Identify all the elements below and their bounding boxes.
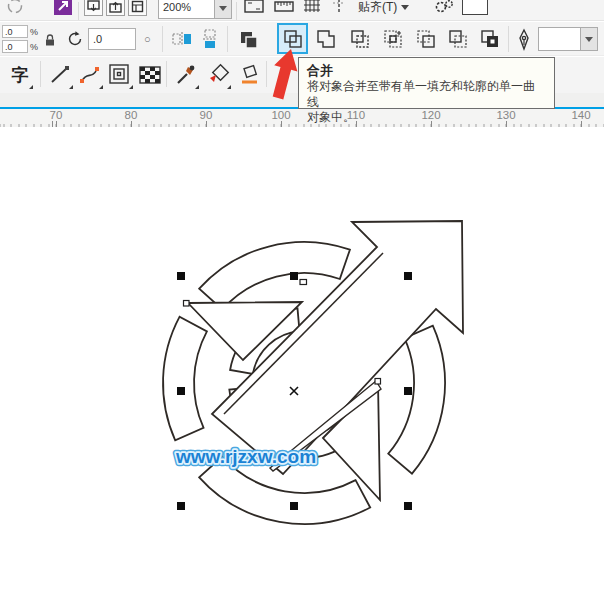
chevron-down-icon (401, 5, 409, 10)
curve-node-marker[interactable] (375, 379, 381, 385)
redo-drop-button[interactable] (4, 0, 26, 18)
publish-button[interactable] (128, 0, 147, 16)
show-rulers-button[interactable] (272, 0, 296, 17)
fill-tool-button[interactable] (204, 60, 232, 90)
selection-handle-w[interactable] (177, 387, 185, 395)
fill-tool-icon (206, 63, 230, 87)
launcher-button[interactable] (52, 0, 74, 18)
options-button[interactable] (432, 0, 456, 17)
show-grid-button[interactable] (300, 0, 324, 17)
remove-front-button[interactable] (476, 25, 503, 52)
drawing-canvas[interactable]: www.rjzxw.com www.rjzxw.com www.rjzxw.co… (0, 127, 604, 600)
curve-tool-icon (78, 63, 102, 87)
remove-front-icon (479, 28, 501, 50)
ruler-number: 140 (571, 109, 590, 121)
outline-pen-button[interactable] (514, 27, 534, 53)
tooltip-body-line2: 对象中。 (307, 110, 546, 126)
snap-to-label: 贴齐(T) (358, 0, 397, 16)
grid-toggle-icon (303, 0, 321, 14)
selection-handle-sw[interactable] (177, 502, 185, 510)
tooltip-body-line1: 将对象合并至带有单一填充和轮廓的单一曲线 (307, 79, 546, 110)
curve-tool-button[interactable] (76, 60, 104, 90)
outline-width-dropdown-button[interactable] (580, 28, 597, 50)
zoom-level-value: 200% (159, 0, 214, 18)
import-icon (87, 0, 100, 13)
fullscreen-preview-button[interactable] (242, 0, 266, 17)
flyout-corner-icon (129, 85, 133, 89)
selection-handle-n[interactable] (290, 272, 298, 280)
line-tool-button[interactable] (46, 60, 74, 90)
guidelines-toggle-icon (330, 0, 348, 14)
eyedropper-tool-button[interactable] (172, 60, 200, 90)
weld-button[interactable] (312, 25, 339, 52)
trim-icon (349, 28, 371, 50)
selection-handle-nw[interactable] (177, 272, 185, 280)
simplify-button[interactable] (412, 25, 439, 52)
show-guidelines-button[interactable] (327, 0, 351, 17)
selection-handle-s[interactable] (290, 502, 298, 510)
tooltip-title: 合并 (307, 63, 546, 79)
mirror-vertical-button[interactable] (198, 27, 222, 51)
import-button[interactable] (84, 0, 103, 16)
text-tool-button[interactable]: 字 (6, 60, 34, 90)
standard-toolbar: 200% 贴齐(T) (0, 0, 604, 21)
chevron-down-icon (585, 37, 593, 42)
mirror-horizontal-button[interactable] (170, 27, 194, 51)
zoom-level-combo[interactable]: 200% (158, 0, 232, 19)
rotate-angle-icon (65, 29, 85, 49)
publish-icon (131, 0, 144, 13)
blank-document-button[interactable] (462, 0, 488, 15)
selection-handle-se[interactable] (404, 502, 412, 510)
selection-handle-e[interactable] (404, 387, 412, 395)
ring-segment-left[interactable] (163, 317, 207, 441)
lock-ratio-icon (44, 33, 56, 47)
chevron-down-icon (219, 6, 227, 11)
flyout-corner-icon (195, 85, 199, 89)
line-tool-icon (48, 63, 72, 87)
group-objects-button[interactable] (236, 27, 262, 53)
mirror-vertical-icon (199, 28, 221, 50)
divider (78, 2, 79, 20)
fullscreen-icon (244, 0, 264, 14)
curve-node-marker[interactable] (184, 301, 190, 307)
simplify-icon (415, 28, 437, 50)
zoom-dropdown-button[interactable] (214, 0, 231, 18)
eyedropper-tool-icon (174, 63, 198, 87)
scale-y-input[interactable] (2, 40, 28, 53)
ruler-number: 90 (200, 109, 213, 121)
divider (227, 26, 228, 52)
group-objects-icon (237, 28, 261, 52)
pattern-tool-icon (139, 64, 161, 86)
rotation-angle-input[interactable] (88, 28, 136, 50)
selection-handle-ne[interactable] (404, 272, 412, 280)
remove-behind-button[interactable] (444, 25, 471, 52)
tooltip-combine: 合并 将对象合并至带有单一填充和轮廓的单一曲线 对象中。 (298, 57, 555, 109)
outline-width-dropdown[interactable] (538, 27, 598, 51)
export-button[interactable] (106, 0, 125, 16)
intersect-button[interactable] (379, 25, 406, 52)
degree-symbol: ○ (144, 28, 151, 50)
outline-width-value (539, 28, 580, 50)
scale-x-input[interactable] (2, 25, 28, 38)
ruler-number: 80 (125, 109, 138, 121)
divider (162, 26, 163, 52)
contour-tool-button[interactable] (106, 60, 134, 90)
flyout-corner-icon (227, 85, 231, 89)
lock-ratio-button[interactable] (42, 31, 58, 49)
flyout-corner-icon (29, 85, 33, 89)
pattern-tool-button[interactable] (136, 60, 164, 90)
curve-node-marker[interactable] (300, 280, 307, 285)
ruler-number: 100 (271, 109, 290, 121)
red-callout-arrow-icon (260, 44, 305, 104)
snap-to-dropdown[interactable]: 贴齐(T) (358, 0, 409, 18)
mirror-horizontal-icon (171, 28, 193, 50)
trim-button[interactable] (346, 25, 373, 52)
divider (166, 61, 167, 87)
divider (508, 26, 509, 52)
rotate-angle-button[interactable] (64, 28, 86, 50)
divider (40, 61, 41, 87)
contour-tool-icon (108, 63, 132, 87)
intersect-icon (382, 28, 404, 50)
flyout-corner-icon (69, 85, 73, 89)
options-gear-icon (433, 0, 455, 15)
